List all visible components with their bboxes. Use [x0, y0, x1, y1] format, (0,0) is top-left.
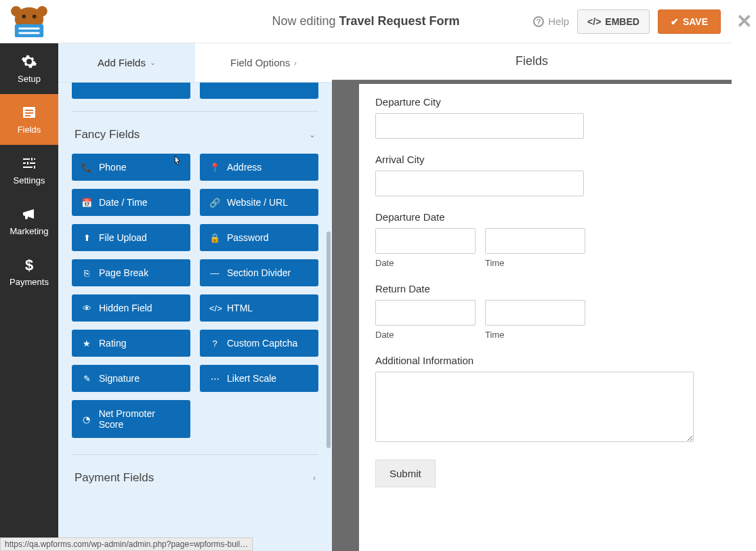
field-label: Rating — [99, 338, 126, 349]
chevron-down-icon: ⌄ — [150, 58, 156, 67]
sidebar-item-label: Marketing — [9, 226, 48, 236]
field-label: Signature — [99, 373, 140, 384]
preview-heading: Fields — [332, 43, 732, 80]
field-likert[interactable]: ⋯Likert Scale — [200, 365, 318, 392]
field-departure-date[interactable]: Departure Date Date Time — [375, 211, 715, 268]
field-label: Date / Time — [99, 197, 148, 208]
help-link[interactable]: ? Help — [533, 16, 569, 27]
sidebar-item-settings[interactable]: Settings — [0, 145, 58, 196]
left-sidebar: Setup Fields Settings Marketing $ Paymen… — [0, 43, 58, 551]
help-icon: ? — [533, 16, 544, 27]
top-bar: Now editing Travel Request Form ? Help <… — [0, 0, 732, 43]
embed-button[interactable]: </> EMBED — [577, 9, 650, 34]
field-password[interactable]: 🔒Password — [200, 224, 318, 251]
field-label: Hidden Field — [99, 303, 152, 313]
field-nps[interactable]: ◔Net Promoter Score — [72, 400, 190, 438]
scrollbar-thumb[interactable] — [327, 232, 331, 448]
close-button[interactable]: ✕ — [736, 12, 752, 31]
textarea-additional-info[interactable] — [375, 372, 694, 442]
help-icon: ? — [209, 338, 220, 349]
submit-button[interactable]: Submit — [375, 460, 436, 487]
field-page-break[interactable]: ⎘Page Break — [72, 259, 190, 286]
sidebar-item-fields[interactable]: Fields — [0, 94, 58, 145]
field-stub[interactable] — [72, 83, 190, 99]
input-departure-city[interactable] — [375, 113, 584, 139]
sidebar-item-payments[interactable]: $ Payments — [0, 246, 58, 297]
field-phone[interactable]: 📞Phone — [72, 154, 190, 181]
sublabel-time: Time — [485, 258, 585, 268]
svg-rect-7 — [19, 32, 40, 34]
form-preview[interactable]: Departure City Arrival City Departure Da… — [359, 84, 732, 551]
bear-logo-icon — [8, 5, 50, 39]
chevron-down-icon: ⌄ — [309, 130, 316, 139]
field-signature[interactable]: ✎Signature — [72, 365, 190, 392]
field-stub[interactable] — [200, 83, 318, 99]
tab-add-fields[interactable]: Add Fields ⌄ — [58, 43, 195, 82]
upload-icon: ⬆ — [81, 233, 92, 243]
field-url[interactable]: 🔗Website / URL — [200, 189, 318, 216]
form-icon — [21, 104, 37, 120]
group-payment-fields[interactable]: Payment Fields › — [72, 454, 318, 497]
pin-icon: 📍 — [209, 162, 220, 173]
field-section-divider[interactable]: —Section Divider — [200, 259, 318, 286]
field-file-upload[interactable]: ⬆File Upload — [72, 224, 190, 251]
input-return-date[interactable] — [375, 300, 476, 326]
svg-rect-6 — [19, 27, 40, 29]
svg-rect-11 — [25, 115, 30, 116]
panel-body: Fancy Fields ⌄ 📞Phone 📍Address 📅Date / T… — [58, 83, 332, 551]
svg-point-3 — [22, 14, 26, 18]
pagebreak-icon: ⎘ — [81, 268, 92, 278]
lock-icon: 🔒 — [209, 233, 220, 243]
field-arrival-city[interactable]: Arrival City — [375, 154, 715, 196]
eye-icon: 👁 — [81, 303, 92, 313]
field-datetime[interactable]: 📅Date / Time — [72, 189, 190, 216]
help-label: Help — [548, 16, 569, 27]
field-label: Password — [227, 232, 268, 243]
editing-title: Now editing Travel Request Form — [272, 14, 459, 28]
sidebar-item-label: Setup — [18, 74, 41, 84]
preview-area: Fields Departure City Arrival City Depar… — [332, 43, 732, 551]
save-label: SAVE — [683, 16, 708, 27]
field-label: Website / URL — [227, 197, 288, 208]
divider-icon: — — [209, 268, 220, 278]
group-title: Fancy Fields — [75, 128, 140, 141]
group-fancy-fields[interactable]: Fancy Fields ⌄ — [72, 111, 318, 154]
field-label: HTML — [227, 303, 253, 313]
field-additional-info[interactable]: Additional Information — [375, 355, 715, 445]
field-return-date[interactable]: Return Date Date Time — [375, 283, 715, 340]
svg-rect-5 — [15, 24, 43, 37]
bullhorn-icon — [21, 206, 37, 222]
field-address[interactable]: 📍Address — [200, 154, 318, 181]
input-return-time[interactable] — [485, 300, 585, 326]
check-icon: ✔ — [671, 16, 679, 27]
label-departure-city: Departure City — [375, 96, 715, 108]
sidebar-item-label: Settings — [14, 175, 45, 185]
input-departure-date[interactable] — [375, 228, 476, 254]
field-departure-city[interactable]: Departure City — [375, 96, 715, 139]
field-custom-captcha[interactable]: ?Custom Captcha — [200, 330, 318, 357]
save-button[interactable]: ✔ SAVE — [658, 9, 721, 34]
field-label: Custom Captcha — [227, 338, 297, 349]
svg-rect-10 — [25, 112, 33, 114]
input-arrival-city[interactable] — [375, 171, 584, 196]
field-label: Section Divider — [227, 267, 291, 278]
label-additional-info: Additional Information — [375, 355, 715, 366]
field-rating[interactable]: ★Rating — [72, 330, 190, 357]
label-return-date: Return Date — [375, 283, 715, 294]
form-title: Travel Request Form — [339, 14, 460, 28]
chevron-right-icon: › — [294, 59, 297, 67]
field-label: File Upload — [99, 232, 147, 243]
field-label: Likert Scale — [227, 373, 276, 384]
field-label: Net Promoter Score — [99, 408, 181, 430]
field-hidden[interactable]: 👁Hidden Field — [72, 294, 190, 322]
input-departure-time[interactable] — [485, 228, 585, 254]
tab-field-options[interactable]: Field Options › — [195, 43, 332, 82]
gear-icon — [21, 53, 37, 70]
field-html[interactable]: </>HTML — [200, 294, 318, 322]
chevron-right-icon: › — [313, 473, 316, 483]
sidebar-item-marketing[interactable]: Marketing — [0, 196, 58, 246]
wpforms-logo — [0, 0, 58, 43]
fields-panel: Add Fields ⌄ Field Options › Fancy Field… — [58, 43, 332, 551]
panel-scroll[interactable]: Fancy Fields ⌄ 📞Phone 📍Address 📅Date / T… — [58, 83, 332, 551]
sidebar-item-setup[interactable]: Setup — [0, 43, 58, 94]
